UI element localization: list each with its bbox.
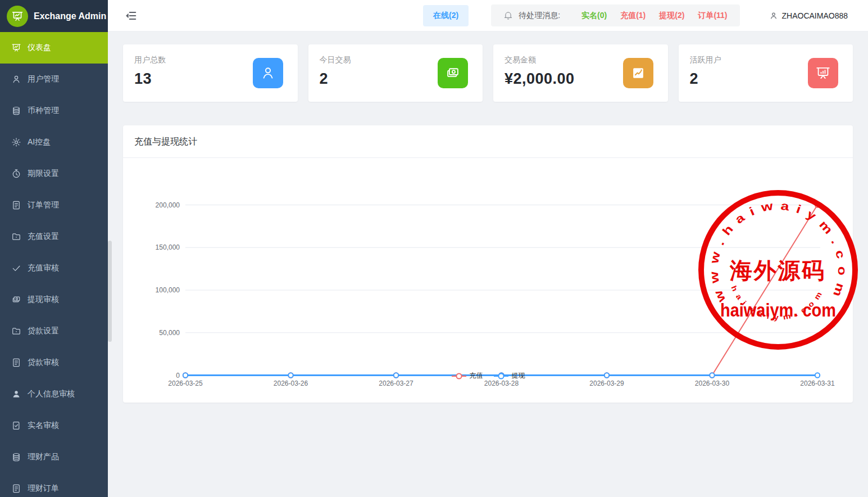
sidebar-item-label: 贷款设置 (28, 326, 59, 336)
svg-text:50,000: 50,000 (159, 329, 180, 337)
stat-card-0: 用户总数13 (123, 44, 298, 102)
user-icon (11, 74, 21, 84)
chart-card-title: 充值与提现统计 (123, 125, 853, 158)
svg-text:200,000: 200,000 (156, 201, 180, 209)
sidebar-item-label: 币种管理 (28, 106, 59, 116)
sidebar-item-12[interactable]: 实名审核 (0, 410, 108, 441)
svg-text:150,000: 150,000 (156, 243, 180, 251)
stat-card-3: 活跃用户2 (679, 44, 853, 102)
check-icon (11, 263, 21, 273)
person-filled-icon (11, 389, 21, 399)
sidebar-item-11[interactable]: 个人信息审核 (0, 378, 108, 410)
sidebar-item-label: 用户管理 (28, 74, 59, 84)
svg-text:2026-03-26: 2026-03-26 (274, 379, 308, 387)
legend-item-0[interactable]: 充值 (451, 371, 483, 381)
document-icon (11, 200, 21, 210)
stat-card-2: 交易金额¥2,000.00 (493, 44, 668, 102)
sidebar-item-4[interactable]: 期限设置 (0, 158, 108, 189)
sidebar-item-label: 提现审核 (28, 295, 59, 305)
database-icon (11, 106, 21, 116)
sidebar-item-label: AI控盘 (28, 137, 51, 147)
document-icon (11, 484, 21, 494)
sidebar-item-14[interactable]: 理财订单 (0, 473, 108, 497)
app-title: Exchange Admin (34, 11, 106, 21)
svg-text:0: 0 (176, 372, 180, 379)
pending-messages-label: 待处理消息: (519, 11, 560, 21)
database-icon (11, 452, 21, 462)
chart-card: 充值与提现统计 050,000100,000150,000200,0002026… (123, 125, 853, 403)
user-icon (769, 11, 778, 20)
recharge-withdraw-chart: 050,000100,000150,000200,0002026-03-2520… (123, 158, 853, 403)
sidebar-item-9[interactable]: 贷款设置 (0, 315, 108, 347)
sidebar-item-5[interactable]: 订单管理 (0, 189, 108, 221)
svg-text:2026-03-29: 2026-03-29 (589, 379, 624, 387)
message-badge-3[interactable]: 订单(11) (698, 11, 727, 21)
sidebar-item-label: 贷款审核 (28, 358, 59, 368)
stats-row: 用户总数13今日交易2交易金额¥2,000.00活跃用户2 (123, 44, 853, 102)
svg-text:2026-03-27: 2026-03-27 (379, 379, 413, 387)
user-icon (253, 58, 283, 88)
app-root: Exchange Admin 仪表盘用户管理币种管理AI控盘期限设置订单管理充值… (0, 0, 868, 497)
sidebar-item-13[interactable]: 理财产品 (0, 441, 108, 473)
sidebar-item-label: 个人信息审核 (28, 389, 75, 399)
stat-card-1: 今日交易2 (308, 44, 483, 102)
document-check-icon (11, 421, 21, 431)
board-icon (11, 43, 21, 53)
svg-text:2026-03-28: 2026-03-28 (484, 379, 519, 387)
pending-messages-bar: 待处理消息: 实名(0)充值(1)提现(2)订单(11) (491, 4, 739, 26)
sidebar-menu: 仪表盘用户管理币种管理AI控盘期限设置订单管理充值设置充值审核提现审核贷款设置贷… (0, 32, 108, 497)
chart-legend: 充值提现 (451, 371, 525, 381)
current-user[interactable]: ZHAOCAIMAO888 (769, 11, 848, 20)
sidebar-item-label: 理财产品 (28, 452, 59, 462)
online-users-button[interactable]: 在线(2) (423, 5, 469, 26)
pending-message-badges: 实名(0)充值(1)提现(2)订单(11) (568, 11, 728, 21)
svg-text:100,000: 100,000 (156, 286, 180, 294)
sidebar-item-1[interactable]: 用户管理 (0, 64, 108, 95)
scrollbar-thumb[interactable] (108, 241, 112, 342)
username: ZHAOCAIMAO888 (782, 11, 848, 20)
document-icon (11, 358, 21, 368)
legend-label: 充值 (470, 371, 483, 381)
legend-label: 提现 (512, 371, 525, 381)
content-area: 用户总数13今日交易2交易金额¥2,000.00活跃用户2 充值与提现统计 05… (108, 31, 868, 403)
folder-icon (11, 326, 21, 336)
sidebar-fold-icon[interactable] (125, 10, 137, 22)
clock-icon (11, 169, 21, 179)
sidebar-item-6[interactable]: 充值设置 (0, 221, 108, 252)
sidebar-item-3[interactable]: AI控盘 (0, 126, 108, 158)
sidebar-item-8[interactable]: 提现审核 (0, 284, 108, 315)
svg-text:2026-03-30: 2026-03-30 (695, 379, 730, 387)
sidebar-item-7[interactable]: 充值审核 (0, 252, 108, 284)
app-logo: Exchange Admin (0, 0, 108, 32)
money-icon (11, 295, 21, 305)
app-logo-board-icon (7, 6, 28, 27)
bell-icon (503, 11, 513, 20)
message-badge-2[interactable]: 提现(2) (659, 11, 684, 21)
sidebar-item-label: 充值设置 (28, 232, 59, 242)
legend-marker-icon (493, 372, 509, 380)
sidebar-item-2[interactable]: 币种管理 (0, 95, 108, 126)
svg-text:2026-03-31: 2026-03-31 (800, 379, 835, 387)
sidebar-item-label: 实名审核 (28, 421, 59, 431)
money-icon (438, 58, 468, 88)
folder-icon (11, 232, 21, 242)
sidebar-item-0[interactable]: 仪表盘 (0, 32, 108, 64)
sidebar-item-label: 订单管理 (28, 200, 59, 210)
chart-plot: 050,000100,000150,000200,0002026-03-2520… (123, 158, 857, 403)
sidebar-item-label: 充值审核 (28, 263, 59, 273)
sidebar-item-10[interactable]: 贷款审核 (0, 347, 108, 378)
message-badge-0[interactable]: 实名(0) (581, 11, 607, 21)
legend-item-1[interactable]: 提现 (493, 371, 525, 381)
topbar: 在线(2) 待处理消息: 实名(0)充值(1)提现(2)订单(11) ZHAOC… (108, 0, 868, 31)
legend-marker-icon (451, 372, 467, 380)
board-bars-icon (808, 58, 838, 88)
sidebar-item-label: 期限设置 (28, 169, 59, 179)
sidebar-item-label: 仪表盘 (28, 43, 51, 53)
svg-text:2026-03-25: 2026-03-25 (168, 379, 203, 387)
gear-icon (11, 137, 21, 147)
trend-icon (623, 58, 653, 88)
message-badge-1[interactable]: 充值(1) (620, 11, 646, 21)
main-area: 在线(2) 待处理消息: 实名(0)充值(1)提现(2)订单(11) ZHAOC… (108, 0, 868, 497)
sidebar: Exchange Admin 仪表盘用户管理币种管理AI控盘期限设置订单管理充值… (0, 0, 108, 497)
sidebar-item-label: 理财订单 (28, 484, 59, 494)
